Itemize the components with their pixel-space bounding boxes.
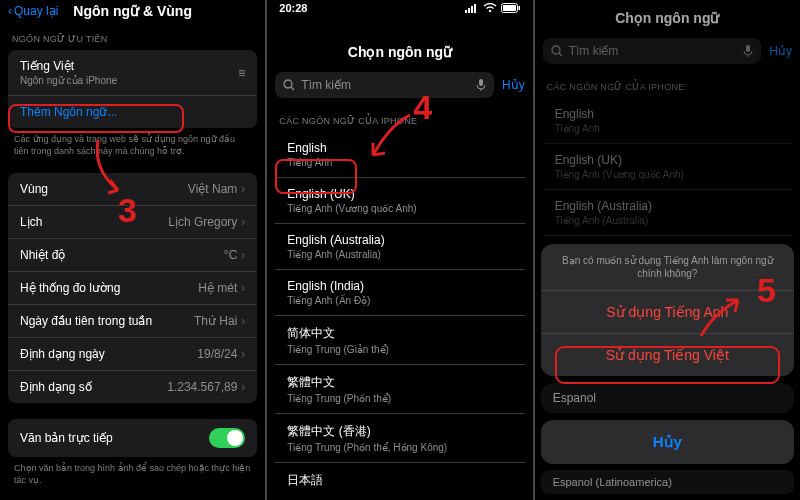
svg-rect-2 xyxy=(471,6,473,13)
add-language-label: Thêm Ngôn ngữ... xyxy=(20,105,117,119)
page-title: Chọn ngôn ngữ xyxy=(267,38,532,66)
use-vietnamese-button[interactable]: Sử dụng Tiếng Việt xyxy=(541,334,794,376)
list-item[interactable]: English (Australia) Tiếng Anh (Australia… xyxy=(275,224,524,270)
region-row[interactable]: Vùng Việt Nam› xyxy=(8,173,257,206)
battery-icon xyxy=(501,3,521,13)
search-icon xyxy=(283,79,295,91)
first-day-row[interactable]: Ngày đầu tiên trong tuần Thứ Hai› xyxy=(8,305,257,338)
status-icons xyxy=(465,3,521,13)
search-bar: Tìm kiếm Hủy xyxy=(267,66,532,104)
status-bar: 20:28 xyxy=(267,0,532,16)
list-item[interactable]: 日本語 xyxy=(275,463,524,500)
lang-name: 日本語 xyxy=(287,472,323,489)
section-header-iphone-langs: CÁC NGÔN NGỮ CỦA IPHONE xyxy=(267,104,532,132)
mic-icon[interactable] xyxy=(476,78,486,92)
live-text-group: Văn bản trực tiếp xyxy=(8,419,257,457)
svg-rect-3 xyxy=(474,4,476,13)
region-settings-group: Vùng Việt Nam› Lịch Lịch Gregory› Nhiệt … xyxy=(8,173,257,403)
temperature-row[interactable]: Nhiệt độ °C› xyxy=(8,239,257,272)
calendar-label: Lịch xyxy=(20,215,42,229)
svg-rect-7 xyxy=(518,6,520,10)
primary-language-row[interactable]: Tiếng Việt Ngôn ngữ của iPhone ≡ xyxy=(8,50,257,96)
screen-language-and-region: ‹ Quay lại Ngôn ngữ & Vùng NGÔN NGỮ ƯU T… xyxy=(0,0,265,500)
svg-point-4 xyxy=(488,10,490,12)
sheet-cancel-button[interactable]: Hủy xyxy=(541,420,794,464)
first-day-label: Ngày đầu tiên trong tuần xyxy=(20,314,152,328)
calendar-row[interactable]: Lịch Lịch Gregory› xyxy=(8,206,257,239)
use-english-button[interactable]: Sử dụng Tiếng Anh xyxy=(541,291,794,334)
number-format-row[interactable]: Định dạng số 1.234.567,89› xyxy=(8,371,257,403)
lang-name: 繁體中文 xyxy=(287,374,335,391)
date-format-label: Định dạng ngày xyxy=(20,347,105,361)
lang-sub: Tiếng Trung (Giản thể) xyxy=(287,344,389,355)
primary-language-sub: Ngôn ngữ của iPhone xyxy=(20,75,117,86)
lang-sub: Tiếng Anh (Australia) xyxy=(287,249,380,260)
lang-sub: Tiếng Trung (Phồn thể, Hồng Kông) xyxy=(287,442,447,453)
priority-language-group: Tiếng Việt Ngôn ngữ của iPhone ≡ Thêm Ng… xyxy=(8,50,257,128)
lang-name: Espanol (Latinoamerica) xyxy=(553,476,672,488)
svg-point-8 xyxy=(284,80,292,88)
list-item: Espanol xyxy=(541,383,794,413)
sheet-message: Bạn có muốn sử dụng Tiếng Anh làm ngôn n… xyxy=(541,244,794,291)
live-text-footer: Chọn văn bản trong hình ảnh để sao chép … xyxy=(0,457,265,492)
svg-rect-6 xyxy=(503,5,516,11)
signal-icon xyxy=(465,3,479,13)
reorder-icon[interactable]: ≡ xyxy=(238,66,245,80)
live-text-label: Văn bản trực tiếp xyxy=(20,431,113,445)
lang-sub: Tiếng Trung (Phồn thể) xyxy=(287,393,391,404)
screen-confirm-language: Chọn ngôn ngữ Tìm kiếm Hủy CÁC NGÔN NGỮ … xyxy=(535,0,800,500)
page-title: Ngôn ngữ & Vùng xyxy=(0,3,265,19)
measurement-value: Hệ mét xyxy=(198,281,237,295)
region-value: Việt Nam xyxy=(188,182,237,196)
search-cancel[interactable]: Hủy xyxy=(502,78,525,92)
live-text-toggle[interactable] xyxy=(209,428,245,448)
list-item[interactable]: 繁體中文 (香港) Tiếng Trung (Phồn thể, Hồng Kô… xyxy=(275,414,524,463)
chevron-right-icon: › xyxy=(241,380,245,394)
list-item[interactable]: English Tiếng Anh xyxy=(275,132,524,178)
lang-name: Espanol xyxy=(553,391,596,405)
first-day-value: Thứ Hai xyxy=(194,314,237,328)
lang-sub: Tiếng Anh (Ấn Độ) xyxy=(287,295,370,306)
date-format-row[interactable]: Định dạng ngày 19/8/24› xyxy=(8,338,257,371)
lang-sub: Tiếng Anh (Vương quốc Anh) xyxy=(287,203,416,214)
chevron-right-icon: › xyxy=(241,215,245,229)
list-item[interactable]: English (India) Tiếng Anh (Ấn Độ) xyxy=(275,270,524,316)
section-header-priority: NGÔN NGỮ ƯU TIÊN xyxy=(0,22,265,50)
wifi-icon xyxy=(483,3,497,13)
date-format-value: 19/8/24 xyxy=(197,347,237,361)
temperature-label: Nhiệt độ xyxy=(20,248,65,262)
list-item[interactable]: English (UK) Tiếng Anh (Vương quốc Anh) xyxy=(275,178,524,224)
lang-name: English (Australia) xyxy=(287,233,384,247)
live-text-row[interactable]: Văn bản trực tiếp xyxy=(8,419,257,457)
measurement-row[interactable]: Hệ thống đo lường Hệ mét› xyxy=(8,272,257,305)
chevron-right-icon: › xyxy=(241,248,245,262)
primary-language-name: Tiếng Việt xyxy=(20,59,117,73)
chevron-right-icon: › xyxy=(241,314,245,328)
svg-line-9 xyxy=(291,87,294,90)
chevron-right-icon: › xyxy=(241,347,245,361)
search-input[interactable]: Tìm kiếm xyxy=(275,72,494,98)
language-list: English Tiếng Anh English (UK) Tiếng Anh… xyxy=(275,132,524,500)
add-language-row[interactable]: Thêm Ngôn ngữ... xyxy=(8,96,257,128)
lang-name: English (India) xyxy=(287,279,364,293)
svg-rect-0 xyxy=(465,10,467,13)
lang-name: 简体中文 xyxy=(287,325,335,342)
list-item[interactable]: 简体中文 Tiếng Trung (Giản thể) xyxy=(275,316,524,365)
region-label: Vùng xyxy=(20,182,48,196)
action-sheet: Bạn có muốn sử dụng Tiếng Anh làm ngôn n… xyxy=(541,244,794,494)
temperature-value: °C xyxy=(224,248,237,262)
svg-rect-10 xyxy=(479,79,483,86)
list-item[interactable]: 繁體中文 Tiếng Trung (Phồn thể) xyxy=(275,365,524,414)
list-item: Espanol (Latinoamerica) xyxy=(541,470,794,494)
status-time: 20:28 xyxy=(279,2,307,14)
svg-rect-1 xyxy=(468,8,470,13)
priority-footer: Các ứng dụng và trang web sẽ sử dụng ngô… xyxy=(0,128,265,163)
calendar-value: Lịch Gregory xyxy=(168,215,237,229)
search-placeholder: Tìm kiếm xyxy=(301,78,351,92)
number-format-value: 1.234.567,89 xyxy=(167,380,237,394)
screen-choose-language: 20:28 Chọn ngôn ngữ Tìm kiếm Hủy CÁC NG xyxy=(267,0,532,500)
lang-sub: Tiếng Anh xyxy=(287,157,332,168)
chevron-right-icon: › xyxy=(241,281,245,295)
measurement-label: Hệ thống đo lường xyxy=(20,281,120,295)
lang-name: 繁體中文 (香港) xyxy=(287,423,370,440)
